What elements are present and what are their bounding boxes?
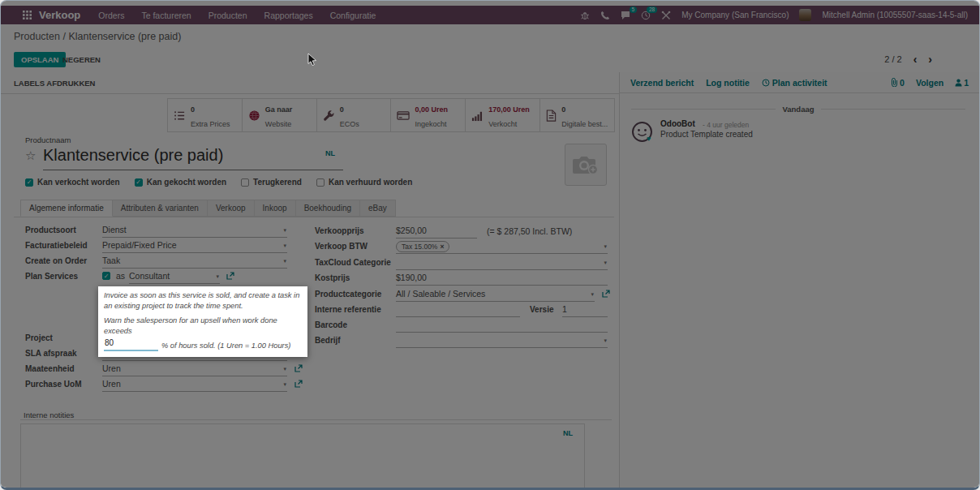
mouse-cursor [307, 53, 317, 67]
tooltip-text-1: Invoice as soon as this service is sold,… [104, 290, 302, 312]
upsell-tooltip: Invoice as soon as this service is sold,… [98, 286, 307, 357]
tooltip-text-3: % of hours sold. (1 Uren = 1.00 Hours) [161, 341, 290, 351]
dim-overlay [1, 1, 979, 488]
app-window: Verkoop Orders Te factureren Producten R… [0, 0, 980, 490]
upsell-percentage-input[interactable]: 80 [104, 337, 158, 351]
tooltip-text-2: Warn the salesperson for an upsell when … [104, 316, 302, 337]
